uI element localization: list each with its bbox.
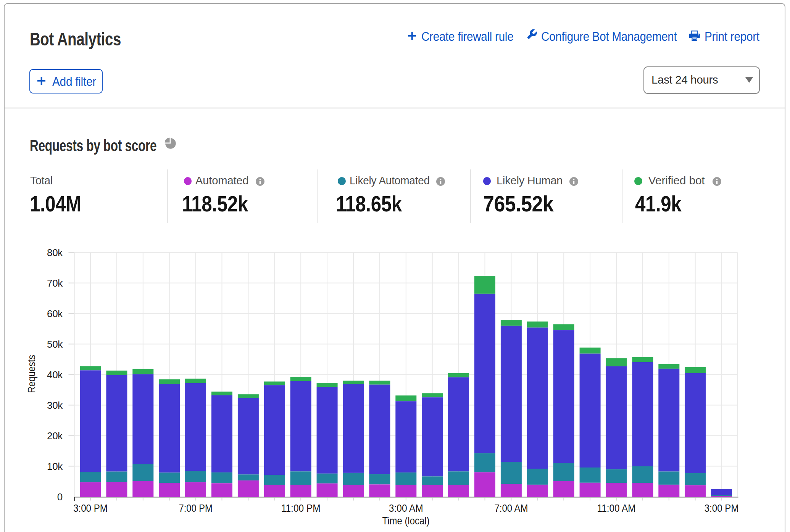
svg-text:7:00 PM: 7:00 PM [179,502,213,514]
svg-text:Requests: Requests [26,355,37,393]
svg-text:50k: 50k [47,339,63,350]
svg-text:40k: 40k [47,369,63,380]
svg-text:3:00 AM: 3:00 AM [389,502,423,514]
svg-text:3:00 PM: 3:00 PM [705,502,739,514]
svg-text:3:00 PM: 3:00 PM [73,502,108,514]
svg-text:60k: 60k [47,308,63,319]
svg-text:7:00 AM: 7:00 AM [494,502,528,514]
svg-text:11:00 PM: 11:00 PM [281,502,321,514]
svg-text:10k: 10k [47,461,63,472]
svg-text:11:00 AM: 11:00 AM [597,502,636,514]
svg-text:30k: 30k [47,400,63,411]
svg-text:Time (local): Time (local) [382,515,430,527]
svg-text:20k: 20k [47,430,63,442]
svg-text:0: 0 [57,491,63,503]
svg-text:80k: 80k [47,247,63,258]
svg-text:70k: 70k [47,277,63,289]
